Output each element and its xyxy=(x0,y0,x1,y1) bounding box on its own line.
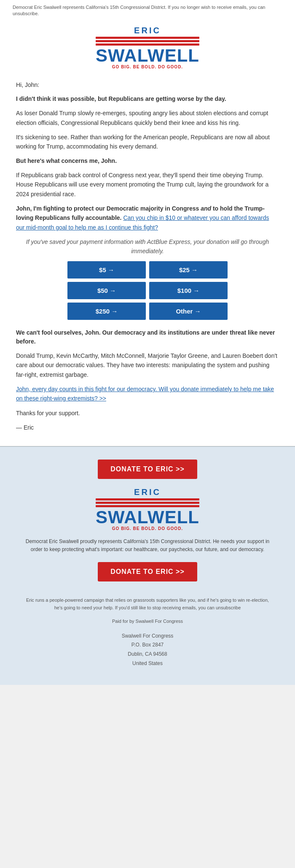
paragraph3: If Republicans grab back control of Cong… xyxy=(16,170,279,199)
donation-btn-250[interactable]: $250 → xyxy=(67,303,146,320)
signature: — Eric xyxy=(16,423,279,432)
footer-logo-eric: ERIC xyxy=(96,487,199,497)
paragraph4: John, I'm fighting to protect our Democr… xyxy=(16,204,279,232)
paragraph4-italic: and xyxy=(201,205,211,212)
footer-city: Dublin, CA 94568 xyxy=(25,650,270,659)
subheadline1: But here's what concerns me, John. xyxy=(16,157,279,165)
footer-logo-section: ERIC SWALWELL GO BIG. BE BOLD. DO GOOD. xyxy=(25,487,270,531)
footer-po-box: P.O. Box 2847 xyxy=(25,641,270,650)
donation-btn-100[interactable]: $100 → xyxy=(149,282,228,299)
donation-btn-5[interactable]: $5 → xyxy=(67,261,146,279)
donation-btn-50[interactable]: $50 → xyxy=(67,282,146,299)
donation-btn-25[interactable]: $25 → xyxy=(149,261,228,279)
footer-country: United States xyxy=(25,659,270,668)
footer-donate-btn-2[interactable]: DONATE TO ERIC >> xyxy=(98,562,197,581)
logo-bar-2 xyxy=(96,40,199,42)
logo-swalwell: SWALWELL xyxy=(96,47,199,65)
footer-logo-swalwell: SWALWELL xyxy=(96,508,199,526)
top-disclaimer: Democrat Eric Swalwell represents Califo… xyxy=(0,0,295,22)
body-content: Hi, John: I didn't think it was possible… xyxy=(0,76,295,446)
footer-disclaimer: Democrat Eric Swalwell proudly represent… xyxy=(25,538,270,554)
cta-link2-paragraph: John, every day counts in this fight for… xyxy=(16,384,279,403)
footer-logo-bar-3 xyxy=(96,505,199,507)
logo-bars xyxy=(96,37,199,46)
donation-grid: $5 → $25 → $50 → $100 → $250 → Other → xyxy=(67,261,228,320)
greeting: Hi, John: xyxy=(16,80,279,89)
footer-address: Swalwell For Congress P.O. Box 2847 Dubl… xyxy=(25,632,270,668)
donation-btn-other[interactable]: Other → xyxy=(149,303,228,320)
logo-eric: ERIC xyxy=(96,26,199,35)
paragraph2: It's sickening to see. Rather than worki… xyxy=(16,132,279,151)
headline: I didn't think it was possible, but Repu… xyxy=(16,95,279,103)
footer-section: DONATE TO ERIC >> ERIC SWALWELL GO BIG. … xyxy=(0,446,295,685)
actblue-note: If you've saved your payment information… xyxy=(16,237,279,256)
footer-logo-container: ERIC SWALWELL GO BIG. BE BOLD. DO GOOD. xyxy=(96,487,199,531)
paragraph1: As loser Donald Trump slowly re-emerges,… xyxy=(16,108,279,127)
footer-paid-for: Paid for by Swalwell For Congress xyxy=(25,618,270,625)
thanks: Thanks for your support. xyxy=(16,408,279,418)
logo-container: ERIC SWALWELL GO BIG. BE BOLD. DO GOOD. xyxy=(96,26,199,69)
footer-grassroots: Eric runs a people-powered campaign that… xyxy=(25,597,270,611)
logo-section: ERIC SWALWELL GO BIG. BE BOLD. DO GOOD. xyxy=(0,22,295,76)
footer-donate-btn-1[interactable]: DONATE TO ERIC >> xyxy=(98,460,197,479)
paragraph5: Donald Trump, Kevin McCarthy, Mitch McCo… xyxy=(16,351,279,379)
subheadline2: We can't fool ourselves, John. Our democ… xyxy=(16,328,279,346)
footer-org: Swalwell For Congress xyxy=(25,632,270,641)
cta-link-2[interactable]: John, every day counts in this fight for… xyxy=(16,386,274,402)
footer-logo-bar-2 xyxy=(96,502,199,504)
disclaimer-text: Democrat Eric Swalwell represents Califo… xyxy=(13,5,265,16)
logo-bar-1 xyxy=(96,37,199,39)
email-wrapper: Democrat Eric Swalwell represents Califo… xyxy=(0,0,295,685)
footer-logo-bar-1 xyxy=(96,498,199,500)
footer-logo-bars xyxy=(96,498,199,507)
